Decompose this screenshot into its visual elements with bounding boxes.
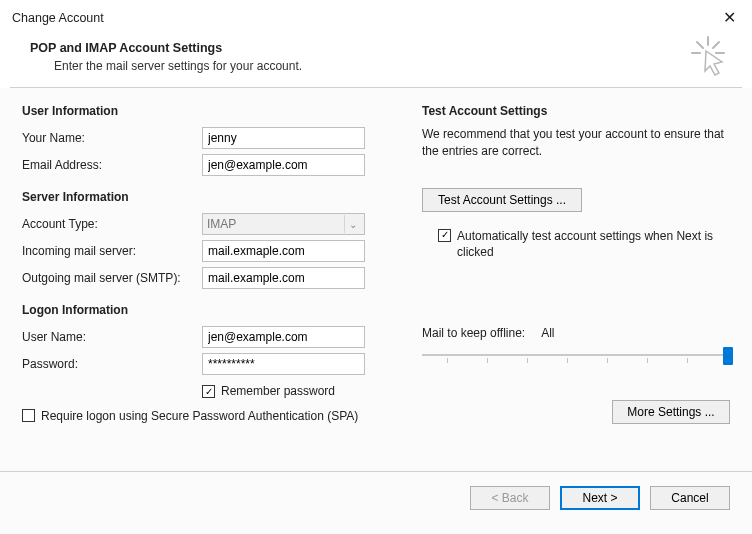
email-input[interactable] (202, 154, 365, 176)
back-button[interactable]: < Back (470, 486, 550, 510)
header-title: POP and IMAP Account Settings (30, 41, 752, 55)
label-your-name: Your Name: (22, 131, 202, 145)
label-mail-offline: Mail to keep offline: (422, 326, 525, 340)
password-input[interactable] (202, 353, 365, 375)
close-icon[interactable]: ✕ (717, 6, 742, 29)
auto-test-checkbox[interactable] (438, 229, 451, 242)
incoming-server-input[interactable] (202, 240, 365, 262)
slider-thumb[interactable] (723, 347, 733, 365)
mail-offline-slider[interactable] (422, 344, 730, 372)
chevron-down-icon: ⌄ (344, 215, 360, 233)
username-input[interactable] (202, 326, 365, 348)
more-settings-button[interactable]: More Settings ... (612, 400, 730, 424)
next-button[interactable]: Next > (560, 486, 640, 510)
label-password: Password: (22, 357, 202, 371)
cancel-button[interactable]: Cancel (650, 486, 730, 510)
require-spa-checkbox[interactable] (22, 409, 35, 422)
window-title: Change Account (12, 11, 104, 25)
section-test-settings: Test Account Settings (422, 104, 730, 118)
outgoing-server-input[interactable] (202, 267, 365, 289)
label-email: Email Address: (22, 158, 202, 172)
label-account-type: Account Type: (22, 217, 202, 231)
svg-line-3 (697, 42, 703, 48)
your-name-input[interactable] (202, 127, 365, 149)
test-account-button[interactable]: Test Account Settings ... (422, 188, 582, 212)
remember-password-checkbox[interactable] (202, 385, 215, 398)
label-require-spa: Require logon using Secure Password Auth… (41, 408, 358, 424)
account-type-select: IMAP ⌄ (202, 213, 365, 235)
label-outgoing: Outgoing mail server (SMTP): (22, 271, 202, 285)
svg-line-4 (713, 42, 719, 48)
wizard-header: POP and IMAP Account Settings Enter the … (0, 35, 752, 87)
left-column: User Information Your Name: Email Addres… (22, 102, 402, 467)
label-username: User Name: (22, 330, 202, 344)
label-incoming: Incoming mail server: (22, 244, 202, 258)
right-column: Test Account Settings We recommend that … (402, 102, 730, 467)
label-auto-test: Automatically test account settings when… (457, 228, 717, 260)
footer: < Back Next > Cancel (0, 471, 752, 534)
mail-offline-value: All (541, 326, 554, 340)
section-logon-info: Logon Information (22, 303, 402, 317)
account-type-value: IMAP (207, 217, 236, 231)
label-remember-password: Remember password (221, 384, 335, 398)
section-user-info: User Information (22, 104, 402, 118)
section-server-info: Server Information (22, 190, 402, 204)
body: User Information Your Name: Email Addres… (0, 88, 752, 471)
cursor-click-icon (686, 35, 730, 82)
titlebar: Change Account ✕ (0, 0, 752, 35)
header-subtitle: Enter the mail server settings for your … (54, 59, 752, 73)
test-description: We recommend that you test your account … (422, 126, 730, 160)
